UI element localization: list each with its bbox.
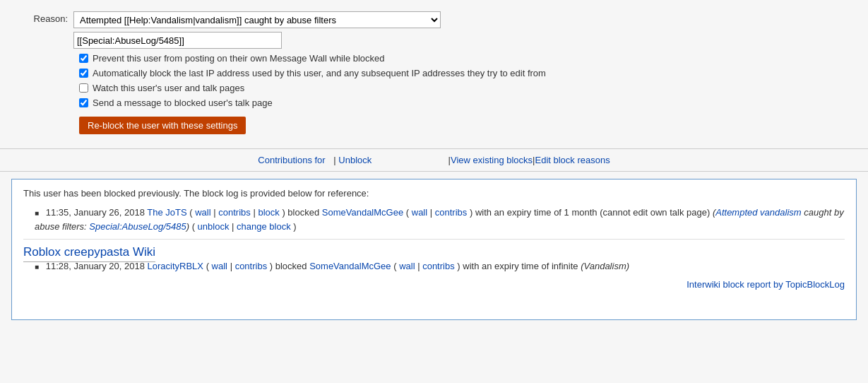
reason-controls: Attempted [[Help:Vandalism|vandalism]] c…	[73, 11, 441, 49]
send-message-checkbox[interactable]	[79, 98, 88, 107]
prevent-message-wall-checkbox[interactable]	[79, 54, 88, 63]
reason-input[interactable]	[73, 32, 282, 49]
checkbox-1-label: Prevent this user from posting on their …	[93, 53, 385, 64]
block-form-section: Reason: Attempted [[Help:Vandalism|vanda…	[0, 0, 868, 149]
interwiki-block-report-link[interactable]: Interwiki block report by TopicBlockLog	[686, 279, 845, 290]
view-existing-blocks-link[interactable]: View existing blocks	[451, 155, 533, 165]
log-entry-2: 11:28, January 20, 2018 LoracityRBLX ( w…	[35, 259, 845, 273]
checkbox-4-label: Send a message to blocked user's talk pa…	[93, 98, 273, 108]
actor-link-1[interactable]: The JoTS	[147, 207, 186, 218]
checkboxes-section: Prevent this user from posting on their …	[79, 53, 851, 108]
unblock-link[interactable]: Unblock	[338, 155, 371, 165]
change-block-link-1[interactable]: change block	[237, 221, 291, 232]
auto-block-ip-checkbox[interactable]	[79, 69, 88, 78]
reblock-button[interactable]: Re-block the user with these settings	[79, 117, 246, 134]
checkbox-row-2[interactable]: Automatically block the last IP address …	[79, 68, 851, 78]
reason-row: Reason: Attempted [[Help:Vandalism|vanda…	[17, 11, 851, 49]
reason-label: Reason:	[17, 11, 73, 24]
actor-wall-link-1[interactable]: wall	[195, 207, 210, 218]
log-timestamp-2: 11:28, January 20, 2018	[46, 261, 148, 271]
checkbox-2-label: Automatically block the last IP address …	[93, 68, 546, 78]
checkbox-row-1[interactable]: Prevent this user from posting on their …	[79, 53, 851, 64]
edit-block-reasons-link[interactable]: Edit block reasons	[535, 155, 610, 165]
middle-bar: Contributions for | Unblock | View exist…	[0, 149, 868, 172]
unblock-action-link-1[interactable]: unblock	[198, 221, 230, 232]
intro-text: This user has been blocked previously. T…	[23, 188, 845, 199]
reason-select[interactable]: Attempted [[Help:Vandalism|vandalism]] c…	[73, 11, 441, 28]
target-link-2[interactable]: SomeVandalMcGee	[309, 261, 391, 271]
attempted-vandalism-link[interactable]: Attempted vandalism	[715, 207, 801, 218]
watch-pages-checkbox[interactable]	[79, 83, 88, 93]
log-entry-1: 11:35, January 26, 2018 The JoTS ( wall …	[35, 206, 845, 233]
log-timestamp-1: 11:35, January 26, 2018	[46, 207, 148, 218]
log-divider	[23, 239, 845, 240]
checkbox-row-4[interactable]: Send a message to blocked user's talk pa…	[79, 98, 851, 108]
contributions-for-link[interactable]: Contributions for	[258, 155, 325, 165]
actor-contribs-link-1[interactable]: contribs	[218, 207, 251, 218]
abuse-log-link[interactable]: Special:AbuseLog/5485	[89, 221, 186, 232]
checkbox-3-label: Watch this user's user and talk pages	[93, 83, 244, 93]
pipe-separator-1: |	[333, 155, 338, 165]
actor-contribs-link-2[interactable]: contribs	[235, 261, 268, 271]
checkbox-row-3[interactable]: Watch this user's user and talk pages	[79, 83, 851, 93]
actor-link-2[interactable]: LoracityRBLX	[148, 261, 203, 271]
log-reason-2: (Vandalism)	[581, 261, 629, 271]
interwiki-report-section: Interwiki block report by TopicBlockLog	[23, 279, 845, 290]
target-contribs-link-1[interactable]: contribs	[435, 207, 468, 218]
block-log-content-box: This user has been blocked previously. T…	[11, 179, 857, 320]
target-link-1[interactable]: SomeVandalMcGee	[322, 207, 403, 218]
unblock-separator	[328, 155, 331, 165]
target-contribs-link-2[interactable]: contribs	[422, 261, 455, 271]
target-wall-link-1[interactable]: wall	[412, 207, 427, 218]
target-wall-link-2[interactable]: wall	[399, 261, 415, 271]
actor-wall-link-2[interactable]: wall	[212, 261, 227, 271]
actor-block-link-1[interactable]: block	[258, 207, 279, 218]
pipe-separator-2: |	[371, 155, 451, 165]
